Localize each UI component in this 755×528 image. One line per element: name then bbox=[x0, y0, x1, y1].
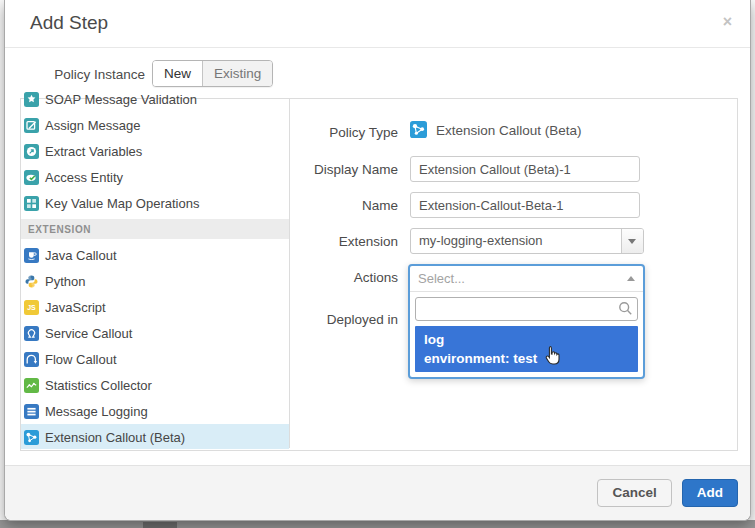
policy-item-statistics-collector[interactable]: Statistics Collector bbox=[21, 372, 289, 398]
policy-item-label: JavaScript bbox=[45, 300, 106, 315]
actions-dropdown-control[interactable]: Select... bbox=[410, 266, 643, 291]
javascript-icon: JS bbox=[24, 300, 39, 315]
background-page-element bbox=[143, 522, 177, 528]
extension-select-value: my-logging-extension bbox=[419, 233, 543, 248]
name-label: Name bbox=[258, 197, 398, 214]
extension-callout-icon bbox=[24, 430, 39, 445]
deployed-in-label: Deployed in bbox=[258, 311, 398, 328]
toggle-existing-button[interactable]: Existing bbox=[203, 61, 272, 86]
actions-search-input[interactable] bbox=[415, 297, 638, 321]
policy-section-header: EXTENSION bbox=[21, 219, 289, 239]
policy-item-python[interactable]: Python bbox=[21, 268, 289, 294]
python-icon bbox=[24, 274, 39, 289]
policy-item-javascript[interactable]: JSJavaScript bbox=[21, 294, 289, 320]
actions-placeholder: Select... bbox=[418, 271, 465, 286]
modal-footer: Cancel Add bbox=[5, 465, 750, 520]
policy-item-label: Service Callout bbox=[45, 326, 132, 341]
chevron-up-icon bbox=[627, 276, 635, 281]
access-entity-icon bbox=[24, 170, 39, 185]
java-callout-icon bbox=[24, 248, 39, 263]
actions-option-log[interactable]: log environment: test bbox=[415, 326, 638, 372]
policy-item-extension-callout-beta[interactable]: Extension Callout (Beta) bbox=[21, 424, 289, 449]
policy-item-label: Key Value Map Operations bbox=[45, 196, 199, 211]
chevron-down-icon bbox=[628, 239, 636, 244]
policy-item-message-logging[interactable]: Message Logging bbox=[21, 398, 289, 424]
assign-message-icon bbox=[24, 118, 39, 133]
search-icon bbox=[618, 301, 633, 320]
actions-dropdown: Select... log environment: test bbox=[408, 264, 645, 379]
policy-item-access-entity[interactable]: Access Entity bbox=[21, 164, 289, 190]
flow-callout-icon bbox=[24, 352, 39, 367]
policy-item-label: Flow Callout bbox=[45, 352, 117, 367]
modal-title: Add Step bbox=[30, 12, 108, 34]
extension-select[interactable]: my-logging-extension bbox=[410, 228, 644, 254]
message-logging-icon bbox=[24, 404, 39, 419]
name-input[interactable] bbox=[410, 192, 640, 218]
policy-item-label: Message Logging bbox=[45, 404, 148, 419]
policy-item-label: Java Callout bbox=[45, 248, 117, 263]
select-arrow-box bbox=[621, 229, 643, 253]
close-icon[interactable]: × bbox=[723, 14, 732, 30]
actions-label: Actions bbox=[258, 269, 398, 286]
policy-item-service-callout[interactable]: Service Callout bbox=[21, 320, 289, 346]
policy-item-soap-message-validation[interactable]: SOAP Message Validation bbox=[21, 92, 289, 112]
extension-callout-icon bbox=[410, 121, 427, 138]
policy-item-label: Extension Callout (Beta) bbox=[45, 430, 185, 445]
policy-item-label: Python bbox=[45, 274, 85, 289]
add-step-modal: Add Step × Policy Instance New Existing … bbox=[4, 0, 751, 521]
soap-validation-icon bbox=[24, 92, 39, 107]
policy-item-label: SOAP Message Validation bbox=[45, 92, 197, 107]
add-button[interactable]: Add bbox=[682, 479, 738, 507]
policy-type-label: Policy Type bbox=[258, 124, 398, 141]
policy-item-label: Assign Message bbox=[45, 118, 140, 133]
policy-instance-toggle: New Existing bbox=[152, 60, 273, 87]
background-page-strip bbox=[0, 520, 755, 528]
actions-option-name: log bbox=[424, 330, 629, 349]
display-name-label: Display Name bbox=[258, 161, 398, 178]
policy-item-key-value-map-operations[interactable]: Key Value Map Operations bbox=[21, 190, 289, 216]
policy-item-label: Extract Variables bbox=[45, 144, 142, 159]
policy-type-value: Extension Callout (Beta) bbox=[436, 123, 582, 138]
policy-item-flow-callout[interactable]: Flow Callout bbox=[21, 346, 289, 372]
service-callout-icon bbox=[24, 326, 39, 341]
modal-header: Add Step × bbox=[5, 0, 750, 48]
statistics-collector-icon bbox=[24, 378, 39, 393]
policy-item-label: Access Entity bbox=[45, 170, 123, 185]
cancel-button[interactable]: Cancel bbox=[597, 479, 671, 507]
actions-dropdown-panel: log environment: test bbox=[410, 291, 643, 377]
policy-item-java-callout[interactable]: Java Callout bbox=[21, 242, 289, 268]
toggle-new-button[interactable]: New bbox=[153, 61, 203, 86]
svg-text:JS: JS bbox=[27, 304, 36, 311]
policy-instance-label: Policy Instance bbox=[5, 67, 145, 82]
policy-list: SOAP Message ValidationAssign MessageExt… bbox=[21, 92, 289, 449]
kvm-operations-icon bbox=[24, 196, 39, 211]
extension-label: Extension bbox=[258, 233, 398, 250]
policy-item-label: Statistics Collector bbox=[45, 378, 152, 393]
extract-variables-icon bbox=[24, 144, 39, 159]
actions-option-detail: environment: test bbox=[424, 349, 629, 368]
policy-item-assign-message[interactable]: Assign Message bbox=[21, 112, 289, 138]
policy-item-extract-variables[interactable]: Extract Variables bbox=[21, 138, 289, 164]
display-name-input[interactable] bbox=[410, 156, 640, 182]
